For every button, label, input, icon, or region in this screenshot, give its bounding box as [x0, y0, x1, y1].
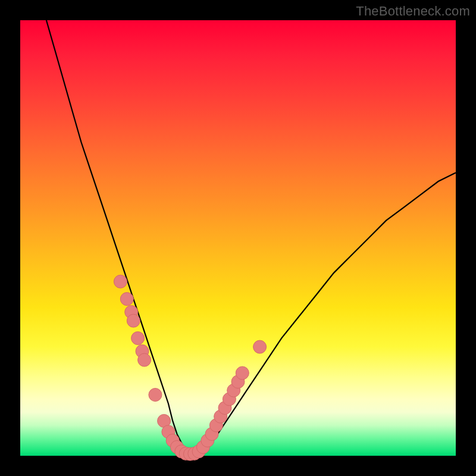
data-marker — [149, 389, 162, 402]
data-markers — [114, 275, 266, 461]
data-marker — [131, 331, 145, 345]
data-marker — [253, 340, 267, 353]
data-marker — [127, 314, 140, 327]
chart-container: TheBottleneck.com — [0, 0, 476, 476]
watermark-label: TheBottleneck.com — [356, 4, 470, 19]
data-marker — [236, 367, 249, 380]
data-marker — [114, 275, 127, 288]
bottleneck-curve — [46, 20, 456, 453]
data-marker — [138, 353, 151, 367]
chart-overlay — [20, 20, 456, 456]
data-marker — [120, 293, 133, 306]
